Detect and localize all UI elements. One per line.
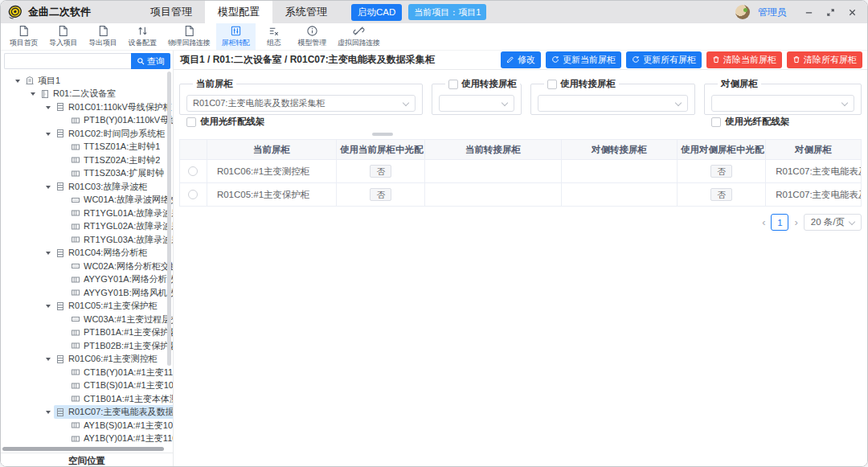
tree-node-content[interactable]: R01C02:时间同步系统柜: [54, 127, 168, 141]
row-radio[interactable]: [188, 190, 198, 199]
table-row[interactable]: R01C05:#1主变保护柜 否 否 R01C07:主变电能表及数据采集柜: [180, 183, 862, 207]
tree-node[interactable]: AY1B(S)01A:#1主变10kV侧电能表: [1, 419, 173, 432]
tree-node[interactable]: RT1YGL01A:故障录波采集单元1: [1, 207, 173, 220]
tree-node-content[interactable]: R01C05:#1主变保护柜: [54, 299, 161, 313]
checkbox-box[interactable]: [711, 117, 721, 127]
toolbar-item[interactable]: 导出项目: [83, 23, 122, 50]
minimize-button[interactable]: [803, 6, 814, 18]
tree-node[interactable]: R01C05:#1主变保护柜: [1, 300, 173, 313]
tree-node[interactable]: R01C06:#1主变测控柜: [1, 353, 173, 367]
nav-tab[interactable]: 系统管理: [272, 1, 340, 23]
tree-node-content[interactable]: CT1B(Y)01A:#1主变110kV侧测控装置: [69, 366, 173, 379]
page-size-select[interactable]: 20 条/页: [804, 214, 862, 231]
tree-node-content[interactable]: AYYGY01B:网络风机数据采集单元B: [69, 286, 173, 300]
tree-node[interactable]: TT1SZ01A:主时钟1: [1, 141, 173, 154]
row-radio[interactable]: [188, 166, 198, 176]
tree-node[interactable]: WC02A:网络分析柜交换机: [1, 260, 173, 273]
tree-node-content[interactable]: TT1SZ01A:主时钟1: [69, 140, 163, 154]
tree-node[interactable]: WC03A:#1主变过程层交换机: [1, 313, 173, 326]
tree-node-content[interactable]: PT1B02B:#1主变保护装置B: [69, 339, 173, 353]
tree-node-content[interactable]: R01C07:主变电能表及数据采集柜: [54, 405, 173, 419]
tree-node-content[interactable]: PT1B01A:#1主变保护装置A: [69, 326, 173, 339]
fiber-patch-checkbox[interactable]: 使用光纤配线架: [711, 116, 854, 128]
caret-down-icon[interactable]: [46, 252, 51, 257]
tree-node[interactable]: AYYGY01A:网络分析数据采集单元A: [1, 273, 173, 287]
tree-node-content[interactable]: CT1B(S)01A:#1主变10kV侧测控装置: [69, 379, 173, 392]
tree-node-content[interactable]: 项目1: [23, 74, 63, 88]
tree-node[interactable]: R01C04:网络分析柜: [1, 247, 173, 260]
tree-node-content[interactable]: TT1SZ03A:扩展时钟: [69, 166, 167, 180]
tree-node[interactable]: TT1SZ03A:扩展时钟: [1, 167, 173, 181]
tree-node-content[interactable]: WC03A:#1主变过程层交换机: [69, 313, 173, 326]
nav-tab[interactable]: 模型配置: [205, 1, 272, 23]
tree-node-content[interactable]: R01C04:网络分析柜: [54, 246, 150, 260]
action-button[interactable]: 更新当前屏柜: [546, 51, 621, 68]
tree-node[interactable]: RT1YGL03A:故障录波采集单元3: [1, 233, 173, 247]
toolbar-item[interactable]: 物理回路连接: [162, 23, 216, 50]
table-scroll-hint[interactable]: [372, 133, 393, 136]
caret-down-icon[interactable]: [15, 80, 20, 85]
fiber-patch-checkbox[interactable]: 使用光纤配线架: [186, 116, 416, 128]
tree-node-content[interactable]: R01C06:#1主变测控柜: [54, 352, 161, 366]
tree-node[interactable]: CT1B(S)01A:#1主变10kV侧测控装置: [1, 379, 173, 393]
tree-node[interactable]: PT1B(Y)01A:110kV母线保护装置A: [1, 114, 173, 128]
search-button[interactable]: 查询: [131, 53, 170, 69]
table-row[interactable]: R01C06:#1主变测控柜 否 否 R01C07:主变电能表及数据采集柜: [180, 160, 862, 183]
use-current-fiber-button[interactable]: 否: [370, 165, 391, 178]
tree-node-content[interactable]: R01C01:110kV母线保护柜: [54, 100, 173, 114]
tree-node[interactable]: AY1B(Y)01A:#1主变110kV侧电能表: [1, 432, 173, 444]
legend-checkbox[interactable]: [448, 80, 458, 89]
next-page-button[interactable]: ›: [794, 217, 797, 227]
toolbar-item[interactable]: 项目首页: [4, 23, 43, 50]
tree-node-content[interactable]: RT1YGL02A:故障录波采集单元2: [69, 219, 173, 233]
tree-node-content[interactable]: WC01A:故障录波网络交换机: [69, 193, 173, 207]
tree-node-content[interactable]: RT1YGL01A:故障录波采集单元1: [69, 207, 173, 220]
action-button[interactable]: 更新所有屏柜: [626, 51, 702, 68]
checkbox-box[interactable]: [186, 117, 196, 127]
tree-node-content[interactable]: AY1B(S)01A:#1主变10kV侧电能表: [69, 419, 173, 432]
cabinet-select[interactable]: [538, 95, 688, 112]
toolbar-item[interactable]: 虚拟回路连接: [332, 23, 386, 50]
toolbar-item[interactable]: 屏柜转配: [216, 23, 256, 50]
toolbar-item[interactable]: 模型管理: [293, 23, 332, 50]
tree-node-content[interactable]: PT1B(Y)01A:110kV母线保护装置A: [69, 113, 173, 127]
tree-node[interactable]: R01C02:时间同步系统柜: [1, 127, 173, 141]
use-current-fiber-button[interactable]: 否: [370, 188, 391, 202]
caret-down-icon[interactable]: [46, 106, 51, 112]
toolbar-item[interactable]: 设备配置: [123, 23, 162, 50]
maximize-button[interactable]: [825, 6, 836, 18]
toolbar-item[interactable]: 组态: [256, 23, 293, 50]
spatial-position-tab[interactable]: 空间位置: [1, 453, 173, 467]
tree-node[interactable]: R01C01:110kV母线保护柜: [1, 100, 173, 114]
tree-horizontal-scrollbar[interactable]: [2, 447, 164, 451]
caret-down-icon[interactable]: [46, 358, 51, 363]
tree-node[interactable]: 项目1: [1, 74, 173, 88]
tree-node-content[interactable]: AYYGY01A:网络分析数据采集单元A: [69, 272, 173, 286]
toolbar-item[interactable]: 导入项目: [43, 23, 83, 50]
close-button[interactable]: [846, 6, 858, 18]
cabinet-select[interactable]: R01C07:主变电能表及数据采集柜: [186, 95, 416, 112]
caret-down-icon[interactable]: [46, 411, 51, 416]
tree-node-content[interactable]: R01:二次设备室: [39, 87, 119, 100]
user-name[interactable]: 管理员: [758, 6, 787, 19]
tree-node-content[interactable]: RT1YGL03A:故障录波采集单元3: [69, 233, 173, 247]
avatar[interactable]: [735, 5, 750, 19]
tree-node[interactable]: RT1YGL02A:故障录波采集单元2: [1, 220, 173, 234]
launch-cad-button[interactable]: 启动CAD: [351, 4, 402, 21]
caret-down-icon[interactable]: [46, 305, 51, 310]
action-button[interactable]: 修改: [501, 51, 541, 68]
tree-vertical-scrollbar[interactable]: [167, 72, 171, 366]
tree-node[interactable]: WC01A:故障录波网络交换机: [1, 194, 173, 207]
tree-node[interactable]: TT1SZ02A:主时钟2: [1, 154, 173, 167]
tree-node-content[interactable]: WC02A:网络分析柜交换机: [69, 260, 173, 273]
legend-checkbox[interactable]: [547, 80, 557, 89]
tree-node[interactable]: PT1B01A:#1主变保护装置A: [1, 326, 173, 340]
caret-down-icon[interactable]: [46, 186, 51, 191]
nav-tab[interactable]: 项目管理: [137, 1, 205, 23]
action-button[interactable]: 清除所有屏柜: [787, 51, 862, 68]
tree-node[interactable]: R01:二次设备室: [1, 88, 173, 101]
tree-node-content[interactable]: CT1B01A:#1主变本体测控装置: [69, 392, 173, 406]
caret-down-icon[interactable]: [46, 133, 51, 138]
tree-node[interactable]: PT1B02B:#1主变保护装置B: [1, 339, 173, 353]
caret-down-icon[interactable]: [31, 92, 35, 98]
